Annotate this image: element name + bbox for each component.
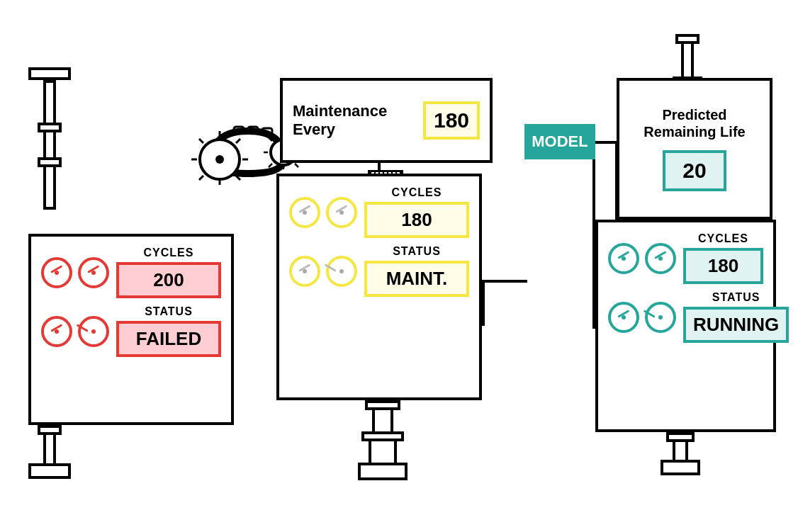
mid-model-v-line [482,280,485,326]
middle-machine-panel: CYCLES 180 STATUS MAINT. [276,174,482,400]
predicted-panel: Predicted Remaining Life 20 [617,78,772,220]
middle-cycles-value-col: CYCLES 180 [364,186,469,238]
left-shaft-rod2 [43,132,56,161]
left-shaft-bottom-cap [28,463,71,479]
svg-line-18 [269,164,272,167]
right-status-value: RUNNING [683,307,789,343]
right-gauge-3 [608,302,639,333]
left-shaft-bottom-rod [43,435,56,463]
left-status-value: FAILED [116,321,221,357]
svg-line-9 [236,139,240,143]
middle-gauge-dot-4 [339,269,344,273]
right-status-gauges [608,302,676,333]
left-cycles-section: CYCLES 200 [31,237,231,302]
model-button[interactable]: MODEL [524,124,595,159]
right-machine-panel: CYCLES 180 STATUS RUNNING [595,220,776,432]
svg-line-8 [199,176,203,180]
left-gauge-1 [41,257,72,288]
right-gauge-2 [645,243,676,274]
middle-shaft-rod2 [369,441,397,463]
right-shaft-cap [661,460,700,475]
svg-line-6 [199,139,203,143]
right-cycles-label: CYCLES [683,232,763,245]
right-status-value-col: STATUS RUNNING [683,291,789,343]
left-status-section: STATUS FAILED [31,302,231,367]
left-cycles-label: CYCLES [116,247,221,259]
middle-status-value-col: STATUS MAINT. [364,245,469,297]
left-gauge-dot-4 [91,329,96,334]
model-button-label: MODEL [532,132,588,151]
left-gauge-3 [41,316,72,347]
mid-model-h-line [482,280,527,283]
right-shaft-rod1 [673,442,688,460]
predicted-label: Predicted Remaining Life [629,106,760,140]
middle-gauge-3 [289,256,320,287]
middle-shaft-ring1 [365,400,400,410]
svg-point-1 [215,155,224,164]
maintenance-label: Maintenance Every [293,102,413,140]
right-status-section: STATUS RUNNING [598,288,773,353]
middle-cycles-gauges [289,197,357,228]
maintenance-value: 180 [423,101,480,140]
pred-top-rod [681,44,694,78]
right-cycles-section: CYCLES 180 [598,222,773,288]
left-gauge-4 [78,316,109,347]
middle-shaft-cap [358,463,408,480]
middle-gauge-4 [326,256,357,287]
right-cycles-gauges [608,243,676,274]
middle-status-label: STATUS [364,245,469,258]
middle-gauge-2 [326,197,357,228]
left-gauge-2 [78,257,109,288]
middle-shaft-rod1 [372,410,393,431]
svg-line-19 [295,164,298,167]
left-cycles-value-col: CYCLES 200 [116,247,221,298]
middle-gauge-1 [289,197,320,228]
left-shaft-bottom-ring [38,425,62,435]
right-gauge-dot-4 [658,315,663,319]
middle-shaft-ring2 [361,431,404,441]
right-gauge-needle-4 [644,310,656,318]
middle-status-value: MAINT. [364,261,469,297]
right-cycles-value-col: CYCLES 180 [683,232,763,284]
right-shaft-ring1 [666,432,695,442]
left-gauge-needle-4 [77,324,89,332]
middle-cycles-section: CYCLES 180 [279,176,479,242]
left-machine-panel: CYCLES 200 STATUS FAILED [28,234,234,425]
left-status-gauges [41,316,109,347]
right-cycles-value: 180 [683,248,763,284]
left-cycles-gauges [41,257,109,288]
middle-cycles-label: CYCLES [364,186,469,199]
left-shaft-ring1 [38,123,62,132]
left-shaft-rod3 [43,167,56,210]
pred-top-ring1 [675,34,699,44]
middle-gauge-needle-4 [325,264,337,272]
middle-status-gauges [289,256,357,287]
left-shaft-top-cap [28,67,71,80]
left-cycles-value: 200 [116,262,221,298]
middle-cycles-value: 180 [364,202,469,238]
right-gauge-1 [608,243,639,274]
predicted-value: 20 [663,150,726,191]
left-status-label: STATUS [116,305,221,318]
right-status-label: STATUS [683,291,789,304]
left-shaft-ring2 [38,157,62,167]
right-gauge-4 [645,302,676,333]
middle-status-section: STATUS MAINT. [279,242,479,307]
maintenance-panel: Maintenance Every 180 [280,78,493,163]
left-status-value-col: STATUS FAILED [116,305,221,357]
